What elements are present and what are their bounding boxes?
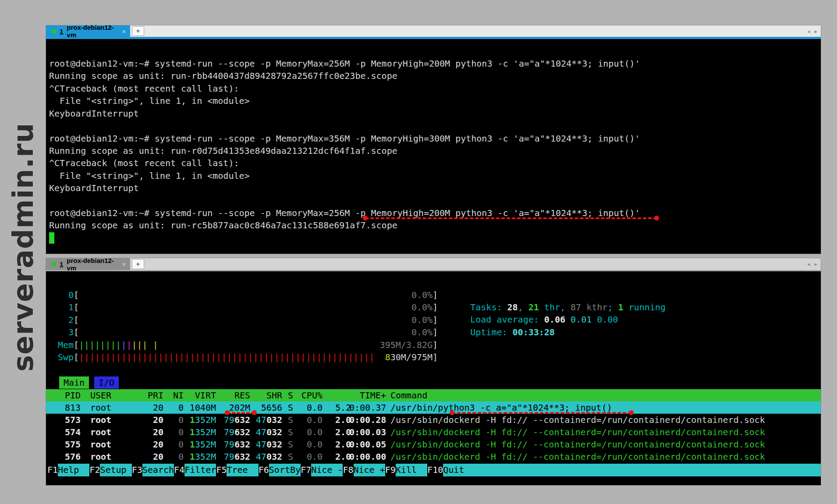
htop-tab-io[interactable]: I/O [94, 376, 119, 389]
terminal-cursor [49, 232, 54, 244]
swap-bar-red: ||||||||||||||||||||||||||||||||||||||||… [79, 351, 374, 363]
col-pri[interactable]: PRI [140, 389, 163, 401]
col-time[interactable]: TIME+ [349, 389, 386, 401]
fkey-f10-label[interactable]: Quit [443, 464, 475, 476]
close-icon[interactable]: × [122, 28, 126, 35]
fkey-f3-label[interactable]: Search [142, 464, 174, 476]
terminal-window-htop: 1 prox-debian12-vm × + ◂ ▸ 0[0.0%] 1[0.0… [46, 258, 821, 486]
meter-bracket: [ [74, 339, 79, 351]
terminal-line: File "<string>", line 1, in <module> [49, 95, 250, 107]
swap-meter: Swp[||||||||||||||||||||||||||||||||||||… [46, 351, 438, 363]
htop-tab-main[interactable]: Main [59, 376, 89, 389]
tab-status-dot-icon [51, 29, 56, 34]
swap-meter-value-hi: 8 [385, 352, 390, 362]
col-res[interactable]: RES [221, 389, 250, 401]
fkey-f1-label[interactable]: Help [58, 464, 89, 476]
fkey-f7-label[interactable]: Nice - [311, 464, 343, 476]
tab-scroll-right-icon[interactable]: ▸ [814, 261, 817, 267]
fkey-f8-label[interactable]: Nice + [354, 464, 385, 476]
annotation-underline-command [365, 217, 657, 219]
process-row-575[interactable]: 575 root 20 0 1352M 79632 47032 S 0.0 2.… [46, 438, 821, 451]
col-shr[interactable]: SHR [253, 389, 282, 401]
tab-scroll-left-icon[interactable]: ◂ [807, 261, 810, 267]
memory-meter: Mem[||||||||||||| |395M/3.82G] [46, 339, 438, 351]
meter-bracket: [ [74, 314, 79, 326]
close-icon[interactable]: × [122, 260, 126, 268]
fkey-f6-label[interactable]: SortBy [269, 464, 301, 476]
tab-scroll-right-icon[interactable]: ▸ [814, 28, 817, 35]
col-cpu[interactable]: CPU% [298, 389, 323, 401]
tab-title: prox-debian12-vm [67, 24, 118, 39]
fkey-f2-label[interactable]: Setup [100, 464, 131, 476]
cpu-meter-label: 0 [46, 289, 74, 301]
tasks-summary: Tasks: 28, 21 thr, 87 kthr; 1 running [439, 289, 666, 301]
fkey-f3[interactable]: F3 [132, 464, 142, 476]
mem-bar-green: |||||||| [79, 340, 121, 350]
fkey-f9[interactable]: F9 [385, 464, 396, 476]
col-user[interactable]: USER [90, 389, 111, 401]
process-table-header: PID USER PRI NI VIRT RES SHR S CPU% MEM%… [46, 389, 821, 401]
cpu-meter-1: 1[0.0%] [46, 301, 438, 313]
terminal-line: KeyboardInterrupt [49, 182, 139, 194]
tab-bar: 1 prox-debian12-vm × + ◂ ▸ [46, 258, 821, 271]
process-row-576[interactable]: 576 root 20 0 1352M 79632 47032 S 0.0 2.… [46, 451, 821, 463]
fkey-f1[interactable]: F1 [47, 464, 58, 476]
terminal-line: Running scope as unit: run-r0d75d41353e8… [49, 145, 397, 157]
process-row-573[interactable]: 573 root 20 0 1352M 79632 47032 S 0.0 2.… [46, 414, 821, 426]
fkey-f7[interactable]: F7 [301, 464, 311, 476]
tab-status-dot-icon [51, 262, 56, 266]
col-virt[interactable]: VIRT [187, 389, 216, 401]
cpu-meter-value: 0.0% [411, 314, 433, 326]
fkey-f10[interactable]: F10 [427, 464, 443, 476]
fkey-f5[interactable]: F5 [216, 464, 227, 476]
tab-bar: 1 prox-debian12-vm × + ◂ ▸ [46, 25, 821, 39]
fkey-f4[interactable]: F4 [174, 464, 184, 476]
fkey-f5-label[interactable]: Tree [227, 464, 258, 476]
meter-bracket: ] [433, 326, 438, 338]
col-ni[interactable]: NI [165, 389, 184, 401]
meter-bracket: ] [433, 314, 438, 326]
tab-scroll-left-icon[interactable]: ◂ [807, 28, 810, 35]
process-row-813[interactable]: 813 root 20 0 1040M 202M 5656 S 0.0 5.2 … [46, 401, 821, 414]
new-tab-button[interactable]: + [132, 26, 144, 36]
tab-scroll-arrows: ◂ ▸ [807, 258, 817, 270]
meter-bracket: [ [74, 289, 79, 301]
fkey-f6[interactable]: F6 [259, 464, 269, 476]
tab-prox-debian12-vm[interactable]: 1 prox-debian12-vm × [46, 258, 130, 270]
annotation-underline-res [227, 412, 255, 414]
meter-bracket: ] [433, 351, 438, 363]
cpu-meter-label: 2 [46, 314, 74, 326]
mem-bar-magenta: | [126, 340, 131, 350]
tab-number: 1 [60, 260, 63, 268]
fkey-bar-filler [475, 464, 821, 476]
terminal-line: root@debian12-vm:~# systemd-run --scope … [49, 57, 640, 70]
terminal-line: File "<string>", line 1, in <module> [49, 170, 250, 182]
load-average: Load average: 0.06 0.01 0.00 [439, 301, 618, 313]
mem-bar-yellow: ||| | [131, 340, 158, 350]
terminal-output-area[interactable]: root@debian12-vm:~# systemd-run --scope … [46, 41, 821, 254]
col-pid[interactable]: PID [47, 389, 81, 401]
cpu-meter-3: 3[0.0%] [46, 326, 438, 338]
tab-scroll-arrows: ◂ ▸ [807, 25, 817, 37]
cpu-meter-0: 0[0.0%] [46, 289, 438, 301]
mem-bar-blue: | [121, 340, 126, 350]
cpu-meter-2: 2[0.0%] [46, 314, 438, 326]
terminal-line: ^CTraceback (most recent call last): [49, 82, 239, 95]
terminal-window-shell: 1 prox-debian12-vm × + ◂ ▸ root@debian12… [46, 25, 821, 254]
fkey-f9-label[interactable]: Kill [396, 464, 427, 476]
terminal-line: root@debian12-vm:~# systemd-run --scope … [49, 132, 640, 145]
cpu-meter-value: 0.0% [411, 289, 433, 301]
fkey-f2[interactable]: F2 [89, 464, 100, 476]
process-row-574[interactable]: 574 root 20 0 1352M 79632 47032 S 0.0 2.… [46, 426, 821, 438]
swap-meter-value: 30M/975M [390, 352, 433, 362]
swap-meter-label: Swp [46, 351, 74, 363]
col-command[interactable]: Command [390, 389, 427, 401]
new-tab-button[interactable]: + [132, 259, 144, 269]
col-s[interactable]: S [288, 389, 293, 401]
fkey-f4-label[interactable]: Filter [184, 464, 216, 476]
memory-meter-value: 395M/3.82G [380, 339, 433, 351]
terminal-line: Running scope as unit: run-rbb4400437d89… [49, 70, 397, 82]
tab-prox-debian12-vm[interactable]: 1 prox-debian12-vm × [46, 25, 130, 37]
fkey-f8[interactable]: F8 [343, 464, 353, 476]
htop-screen[interactable]: 0[0.0%] 1[0.0%] 2[0.0%] 3[0.0%] Mem[||||… [46, 273, 821, 485]
